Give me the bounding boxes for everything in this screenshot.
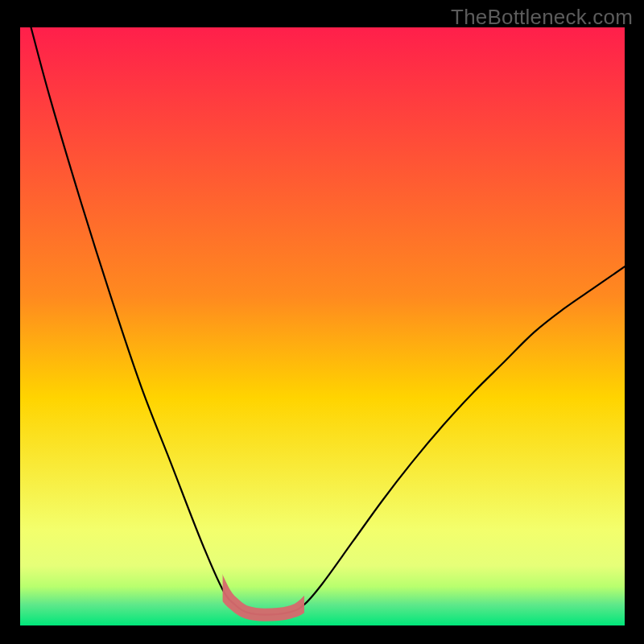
svg-rect-1 — [20, 27, 625, 625]
outer-frame: TheBottleneck.com — [0, 0, 644, 644]
chart-svg — [20, 27, 625, 625]
watermark-text: TheBottleneck.com — [451, 5, 633, 30]
plot-area — [20, 27, 625, 625]
